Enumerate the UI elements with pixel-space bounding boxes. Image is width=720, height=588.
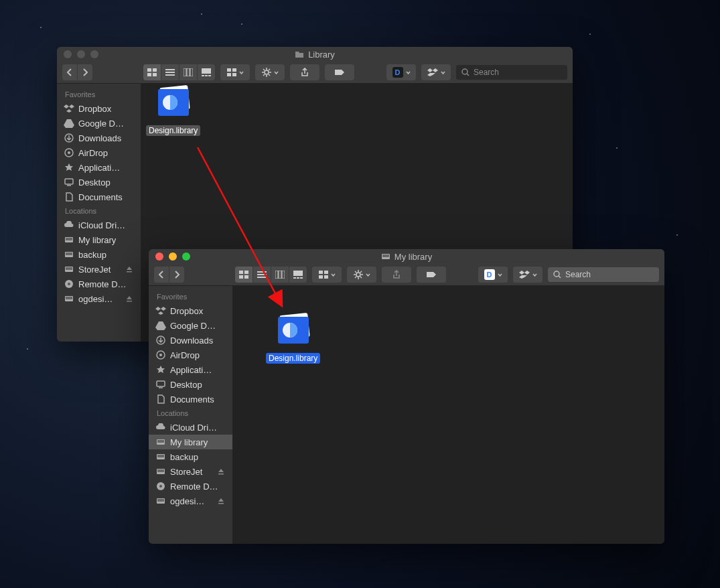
- search-placeholder: Search: [474, 68, 499, 77]
- group-menu[interactable]: [312, 267, 342, 283]
- svg-rect-39: [66, 267, 72, 270]
- file-area[interactable]: Design.library: [232, 286, 664, 544]
- share-button[interactable]: [382, 267, 411, 283]
- sidebar-item[interactable]: Dropbox: [149, 303, 232, 318]
- file-item[interactable]: Design.library: [146, 84, 200, 136]
- sidebar-item[interactable]: Desktop: [57, 175, 141, 190]
- list-view-button[interactable]: [161, 64, 179, 80]
- sidebar-item[interactable]: Applicati…: [149, 362, 232, 377]
- sidebar-header-favorites: Favorites: [57, 88, 141, 101]
- sidebar-item[interactable]: ogdesi…: [57, 291, 141, 306]
- eject-icon[interactable]: [126, 294, 134, 304]
- traffic-lights[interactable]: [149, 252, 190, 261]
- app-toolbar-button-1[interactable]: D: [386, 64, 416, 80]
- back-button[interactable]: [154, 267, 169, 283]
- view-switcher[interactable]: [143, 64, 215, 80]
- sidebar-item[interactable]: iCloud Dri…: [149, 420, 232, 435]
- sidebar-item-label: StoreJet: [78, 265, 122, 275]
- sidebar-item[interactable]: Documents: [57, 190, 141, 204]
- sidebar-item[interactable]: iCloud Dri…: [57, 218, 141, 232]
- sidebar-item-label: Desktop: [78, 177, 134, 188]
- sidebar-item[interactable]: My library: [149, 435, 232, 449]
- dropbox-icon: [519, 270, 530, 279]
- sidebar-item-label: Remote D…: [78, 279, 134, 289]
- eject-icon[interactable]: [126, 265, 134, 275]
- svg-rect-17: [232, 73, 236, 76]
- svg-rect-63: [319, 271, 323, 274]
- zoom-button[interactable]: [90, 50, 98, 58]
- sidebar-item[interactable]: Desktop: [149, 377, 232, 392]
- sidebar-item-label: My library: [78, 235, 134, 245]
- tags-button[interactable]: [325, 64, 354, 80]
- svg-rect-86: [157, 455, 164, 457]
- nav-back-forward[interactable]: [62, 64, 92, 80]
- svg-rect-66: [324, 275, 328, 279]
- traffic-lights[interactable]: [57, 50, 98, 58]
- column-view-button[interactable]: [271, 267, 289, 283]
- desktop: Library D Search: [0, 0, 720, 588]
- action-menu[interactable]: [255, 64, 285, 80]
- disk-icon: [64, 264, 74, 275]
- icon-view-button[interactable]: [235, 267, 253, 283]
- sidebar-item-label: Desktop: [170, 380, 226, 390]
- sidebar-item[interactable]: backup: [57, 247, 141, 262]
- column-view-button[interactable]: [179, 64, 198, 80]
- back-button[interactable]: [62, 64, 78, 80]
- nav-back-forward[interactable]: [154, 267, 184, 283]
- file-item[interactable]: Design.library: [266, 311, 319, 364]
- sidebar-item[interactable]: Downloads: [149, 333, 232, 348]
- cloud-icon: [155, 422, 166, 433]
- share-button[interactable]: [290, 64, 319, 80]
- search-field[interactable]: Search: [456, 65, 567, 80]
- sidebar-item-label: My library: [170, 437, 226, 447]
- toolbar: D Search: [57, 62, 573, 84]
- close-button[interactable]: [155, 252, 163, 261]
- svg-line-28: [467, 74, 469, 76]
- sidebar-item[interactable]: StoreJet: [149, 464, 232, 479]
- sidebar-item[interactable]: AirDrop: [149, 348, 232, 362]
- dropbox-toolbar-button[interactable]: [513, 267, 543, 283]
- search-field[interactable]: Search: [548, 267, 659, 282]
- titlebar[interactable]: My library: [149, 249, 664, 264]
- app-toolbar-button-1[interactable]: D: [478, 267, 508, 283]
- sidebar-item[interactable]: Dropbox: [57, 101, 141, 116]
- disk-icon: [64, 249, 74, 260]
- sidebar-item[interactable]: Applicati…: [57, 160, 141, 175]
- sidebar-item[interactable]: Google D…: [149, 318, 232, 333]
- sidebar-item[interactable]: Remote D…: [149, 479, 232, 494]
- dropbox-toolbar-button[interactable]: [421, 64, 451, 80]
- icon-view-button[interactable]: [143, 64, 161, 80]
- sidebar-item[interactable]: backup: [149, 449, 232, 464]
- window-title: Library: [57, 50, 573, 60]
- tags-button[interactable]: [417, 267, 446, 283]
- sidebar-item[interactable]: StoreJet: [57, 262, 141, 277]
- gallery-view-button[interactable]: [198, 64, 215, 80]
- sidebar-item[interactable]: Downloads: [57, 131, 141, 145]
- sidebar-item[interactable]: Documents: [149, 392, 232, 407]
- eject-icon[interactable]: [218, 496, 226, 506]
- action-menu[interactable]: [347, 267, 376, 283]
- group-menu[interactable]: [220, 64, 250, 80]
- eject-icon[interactable]: [218, 467, 226, 477]
- minimize-button[interactable]: [169, 252, 177, 261]
- close-button[interactable]: [64, 50, 72, 58]
- svg-rect-7: [184, 68, 186, 76]
- sidebar-item[interactable]: My library: [57, 232, 141, 247]
- sidebar-item-label: ogdesi…: [170, 496, 214, 506]
- titlebar[interactable]: Library: [57, 47, 573, 62]
- sidebar-item[interactable]: Google D…: [57, 116, 141, 131]
- forward-button[interactable]: [169, 267, 184, 283]
- svg-rect-13: [208, 75, 211, 76]
- forward-button[interactable]: [78, 64, 92, 80]
- gallery-view-button[interactable]: [289, 267, 307, 283]
- svg-rect-1: [153, 68, 157, 72]
- list-view-button[interactable]: [253, 267, 271, 283]
- view-switcher[interactable]: [235, 267, 307, 283]
- svg-rect-47: [382, 254, 390, 259]
- finder-window-my-library[interactable]: My library D Search: [149, 249, 664, 544]
- minimize-button[interactable]: [77, 50, 85, 58]
- sidebar-item[interactable]: ogdesi…: [149, 494, 232, 508]
- sidebar-item[interactable]: Remote D…: [57, 277, 141, 291]
- zoom-button[interactable]: [182, 252, 190, 261]
- sidebar-item[interactable]: AirDrop: [57, 145, 141, 160]
